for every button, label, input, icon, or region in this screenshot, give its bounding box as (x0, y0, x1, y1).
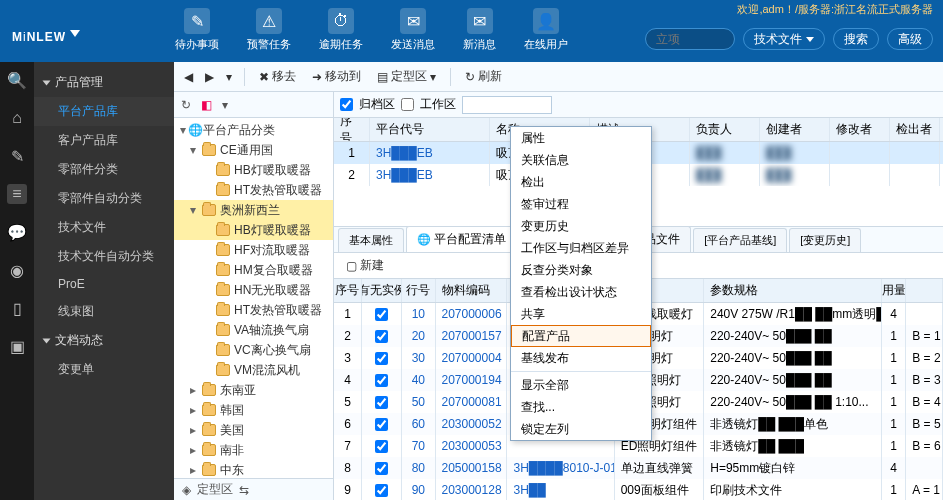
tree-node[interactable]: HM复合取暖器 (174, 260, 333, 280)
rail-screen-icon[interactable]: ▣ (7, 336, 27, 356)
tree-node[interactable]: VA轴流换气扇 (174, 320, 333, 340)
tb-nav-drop[interactable]: ▾ (222, 68, 236, 86)
tb-moveto[interactable]: ➜ 移动到 (306, 66, 367, 87)
sidebar-item-harness[interactable]: 线束图 (34, 297, 174, 326)
row-instance-chk[interactable] (375, 330, 388, 343)
sidebar-item-change[interactable]: 变更单 (34, 355, 174, 384)
top-icon-online[interactable]: 👤在线用户 (524, 8, 568, 52)
tb-nav-back[interactable]: ◀ (180, 68, 197, 86)
sidebar-group-product[interactable]: 产品管理 (34, 68, 174, 97)
sidebar-group-doc[interactable]: 文档动态 (34, 326, 174, 355)
search-button[interactable]: 搜索 (833, 28, 879, 50)
ctx-baseline[interactable]: 基线发布 (511, 347, 651, 369)
tree-node[interactable]: ▾CE通用国 (174, 140, 333, 160)
col-code[interactable]: 平台代号 (370, 118, 490, 141)
tab-baseline[interactable]: [平台产品基线] (693, 228, 787, 252)
tab-basic[interactable]: 基本属性 (338, 228, 404, 252)
col-sn[interactable]: 序号 (334, 118, 370, 141)
row-instance-chk[interactable] (375, 418, 388, 431)
row-instance-chk[interactable] (375, 374, 388, 387)
row-instance-chk[interactable] (375, 352, 388, 365)
ctx-chhist[interactable]: 变更历史 (511, 215, 651, 237)
row-instance-chk[interactable] (375, 462, 388, 475)
tree-node[interactable]: HT发热管取暖器 (174, 300, 333, 320)
tb-refresh[interactable]: ↻ 刷新 (459, 66, 508, 87)
ctx-showall[interactable]: 显示全部 (511, 374, 651, 396)
top-icon-send[interactable]: ✉发送消息 (391, 8, 435, 52)
ctx-find[interactable]: 查找... (511, 396, 651, 418)
tree-root[interactable]: ▾🌐 平台产品分类 (174, 120, 333, 140)
col-mod[interactable]: 修改者 (830, 118, 890, 141)
search-input[interactable] (645, 28, 735, 50)
sidebar-item-customer-lib[interactable]: 客户产品库 (34, 126, 174, 155)
row-instance-chk[interactable] (375, 440, 388, 453)
tb-moveout[interactable]: ✖ 移去 (253, 66, 302, 87)
tree-node[interactable]: HF对流取暖器 (174, 240, 333, 260)
ctx-rel[interactable]: 关联信息 (511, 149, 651, 171)
sidebar-item-part-cat[interactable]: 零部件分类 (34, 155, 174, 184)
grid2-row[interactable]: 9902030001283H██009面板组件印刷技术文件1A = 1 (334, 479, 943, 500)
tree-tag-icon[interactable]: ◧ (198, 97, 215, 113)
tab-history[interactable]: [变更历史] (789, 228, 861, 252)
ctx-cfgprod[interactable]: 配置产品 (511, 325, 651, 347)
col-creator[interactable]: 创建者 (760, 118, 830, 141)
col-owner[interactable]: 负责人 (690, 118, 760, 141)
top-icon-overdue[interactable]: ⏱逾期任务 (319, 8, 363, 52)
tab-bom[interactable]: 🌐 平台配置清单 (406, 226, 517, 252)
ctx-diff[interactable]: 工作区与归档区差异 (511, 237, 651, 259)
rail-home-icon[interactable]: ⌂ (7, 108, 27, 128)
tree-node[interactable]: ▸南非 (174, 440, 333, 460)
ctx-props[interactable]: 属性 (511, 127, 651, 149)
chk-gongzuo[interactable] (401, 98, 414, 111)
rail-book-icon[interactable]: ▯ (7, 298, 27, 318)
tree-node[interactable]: ▸东南亚 (174, 380, 333, 400)
tree-node[interactable]: VC离心换气扇 (174, 340, 333, 360)
ctx-revcat[interactable]: 反查分类对象 (511, 259, 651, 281)
rail-db-icon[interactable]: ≡ (7, 184, 27, 204)
chk-guidang[interactable] (340, 98, 353, 111)
rail-radio-icon[interactable]: ◉ (7, 260, 27, 280)
row-instance-chk[interactable] (375, 308, 388, 321)
filter-input[interactable] (462, 96, 552, 114)
tree-node[interactable]: HB灯暖取暖器 (174, 160, 333, 180)
tree-node[interactable]: HN无光取暖器 (174, 280, 333, 300)
btn-new[interactable]: ▢ 新建 (340, 255, 390, 276)
advanced-button[interactable]: 高级 (887, 28, 933, 50)
tb-nav-fwd[interactable]: ▶ (201, 68, 218, 86)
tree-node[interactable]: ▸美国 (174, 420, 333, 440)
tb-dingxing[interactable]: ▤ 定型区 ▾ (371, 66, 442, 87)
grid2-row[interactable]: 8802050001583H████8010-J-01单边直线弹簧H=95mm镀… (334, 457, 943, 479)
sidebar-item-techdoc[interactable]: 技术文件 (34, 213, 174, 242)
tree-node[interactable]: ▾奥洲新西兰 (174, 200, 333, 220)
context-menu[interactable]: 属性 关联信息 检出 签审过程 变更历史 工作区与归档区差异 反查分类对象 查看… (510, 126, 652, 441)
ctx-lock[interactable]: 锁定左列 (511, 418, 651, 440)
rail-search-icon[interactable]: 🔍 (7, 70, 27, 90)
tree-expand-icon[interactable]: ▾ (219, 97, 231, 113)
ctx-checkout[interactable]: 检出 (511, 171, 651, 193)
tree-node[interactable]: HT发热管取暖器 (174, 180, 333, 200)
top-icon-todo[interactable]: ✎待办事项 (175, 8, 219, 52)
top-icon-alert[interactable]: ⚠预警任务 (247, 8, 291, 52)
tree-node[interactable]: ▸韩国 (174, 400, 333, 420)
sidebar-item-techdoc-auto[interactable]: 技术文件自动分类 (34, 242, 174, 271)
welcome-text: 欢迎,adm！/服务器:浙江名流正式服务器 (737, 2, 933, 17)
rail-edit-icon[interactable]: ✎ (7, 146, 27, 166)
tree-node[interactable]: ▸中东 (174, 460, 333, 478)
tree-node-selected[interactable]: HB灯暖取暖器 (174, 220, 333, 240)
logo[interactable]: MiNLEW (12, 16, 80, 48)
row-instance-chk[interactable] (375, 396, 388, 409)
row-instance-chk[interactable] (375, 484, 388, 497)
tree-refresh-icon[interactable]: ↻ (178, 97, 194, 113)
top-icon-newmsg[interactable]: ✉新消息 (463, 8, 496, 52)
ctx-approve[interactable]: 签审过程 (511, 193, 651, 215)
sidebar-item-platform-lib[interactable]: 平台产品库 (34, 97, 174, 126)
tech-doc-select[interactable]: 技术文件 (743, 28, 825, 50)
col-chk[interactable]: 检出者 (890, 118, 940, 141)
ctx-viewdes[interactable]: 查看检出设计状态 (511, 281, 651, 303)
ctx-share[interactable]: 共享 (511, 303, 651, 325)
sidebar-item-proe[interactable]: ProE (34, 271, 174, 297)
rail-chat-icon[interactable]: 💬 (7, 222, 27, 242)
tree[interactable]: ▾🌐 平台产品分类 ▾CE通用国 HB灯暖取暖器 HT发热管取暖器 ▾奥洲新西兰… (174, 118, 333, 478)
tree-node[interactable]: VM混流风机 (174, 360, 333, 380)
sidebar-item-part-auto[interactable]: 零部件自动分类 (34, 184, 174, 213)
